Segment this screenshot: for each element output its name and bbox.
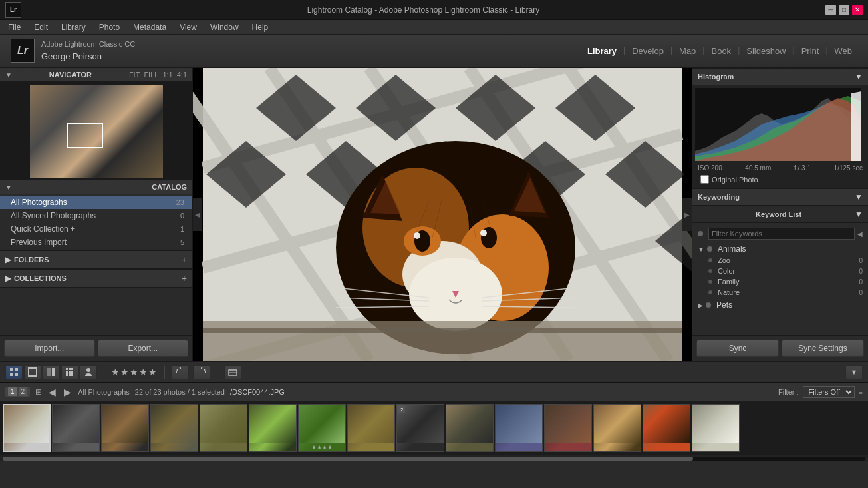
menu-edit[interactable]: Edit — [31, 21, 51, 33]
module-map[interactable]: Map — [674, 43, 701, 59]
filmstrip-options[interactable]: ≡ — [859, 388, 863, 396]
pets-group-header[interactable]: ▶ Pets — [692, 299, 868, 311]
minimize-button[interactable]: ─ — [825, 5, 836, 15]
filmstrip-thumb-14[interactable] — [643, 404, 690, 452]
survey-icon — [65, 367, 74, 377]
module-slideshow[interactable]: Slideshow — [741, 43, 791, 59]
catalog-synced-photos[interactable]: All Synced Photographs 0 — [0, 209, 192, 222]
people-view-button[interactable] — [80, 365, 97, 379]
toolbar-separator-1 — [104, 366, 104, 379]
right-panel-collapse[interactable]: ▶ — [682, 198, 692, 231]
maximize-button[interactable]: □ — [839, 5, 849, 15]
menu-library[interactable]: Library — [59, 21, 88, 33]
keywording-header[interactable]: Keywording ▼ — [692, 188, 868, 206]
filmstrip-thumb-10[interactable] — [446, 404, 494, 452]
filmstrip-scrollbar[interactable] — [0, 455, 868, 461]
filmstrip-thumb-1[interactable] — [3, 404, 51, 452]
catalog-previous-import[interactable]: Previous Import 5 — [0, 236, 192, 249]
filter-select[interactable]: Filters Off — [803, 386, 855, 398]
rotate-left-button[interactable] — [172, 365, 189, 379]
filmstrip-thumb-6[interactable] — [249, 404, 297, 452]
keyword-list-header[interactable]: + Keyword List ▼ — [692, 206, 868, 223]
compare-view-button[interactable] — [43, 365, 60, 379]
overlay-icon — [228, 367, 237, 377]
svg-marker-61 — [176, 369, 178, 371]
import-button[interactable]: Import... — [4, 340, 95, 357]
toolbar-more-button[interactable]: ▼ — [845, 365, 863, 379]
filmstrip-thumb-8[interactable] — [347, 404, 395, 452]
module-library[interactable]: Library — [582, 43, 622, 59]
menu-file[interactable]: File — [5, 21, 23, 33]
export-button[interactable]: Export... — [98, 340, 189, 357]
catalog-all-photos[interactable]: All Photographs 23 — [0, 196, 192, 209]
catalog-quick-collection[interactable]: Quick Collection + 1 — [0, 222, 192, 236]
star-rating[interactable]: ★★★★★ — [111, 367, 158, 377]
rotate-right-button[interactable] — [193, 365, 210, 379]
zoom-4-1[interactable]: 4:1 — [177, 71, 187, 79]
scrollbar-track[interactable] — [3, 457, 865, 461]
original-photo-checkbox[interactable] — [700, 175, 709, 184]
filmstrip-thumb-15[interactable] — [692, 404, 740, 452]
iso-value: ISO 200 — [698, 164, 722, 172]
folders-add-button[interactable]: + — [182, 254, 187, 265]
left-panel-collapse[interactable]: ◀ — [193, 198, 202, 231]
module-web[interactable]: Web — [829, 43, 858, 59]
module-develop[interactable]: Develop — [627, 43, 669, 59]
collections-add-button[interactable]: + — [182, 273, 187, 284]
compare-icon — [47, 367, 56, 377]
keyword-zoo[interactable]: Zoo 0 — [692, 255, 868, 266]
toolbar-separator-3 — [217, 366, 217, 379]
grid-view-button[interactable] — [5, 365, 23, 379]
zoom-1-1[interactable]: 1:1 — [162, 71, 172, 79]
keyword-filter-input[interactable] — [708, 228, 855, 240]
main-image-view[interactable] — [193, 68, 692, 361]
filmstrip-thumb-3[interactable] — [101, 404, 149, 452]
zoom-fit[interactable]: FIT — [129, 71, 140, 79]
keyword-color[interactable]: Color 0 — [692, 266, 868, 276]
menu-help[interactable]: Help — [249, 21, 271, 33]
loupe-overlay-button[interactable] — [224, 365, 241, 379]
scrollbar-thumb[interactable] — [3, 457, 693, 461]
collections-header[interactable]: ▶ Collections + — [0, 269, 192, 288]
filmstrip-thumb-7[interactable]: ★★★★ — [298, 404, 346, 452]
loupe-view-button[interactable] — [24, 365, 41, 379]
module-print[interactable]: Print — [796, 43, 825, 59]
filmstrip-thumb-11[interactable] — [495, 404, 543, 452]
navigator-image[interactable] — [30, 85, 163, 178]
folders-header[interactable]: ▶ Folders + — [0, 250, 192, 269]
animals-group-header[interactable]: ▼ Animals — [692, 243, 868, 255]
page-num-1[interactable]: 1 — [8, 387, 17, 396]
navigator-focus-box — [67, 123, 103, 148]
zoom-fill[interactable]: FILL — [144, 71, 158, 79]
sync-button[interactable]: Sync — [696, 340, 779, 357]
menu-photo[interactable]: Photo — [96, 21, 122, 33]
close-button[interactable]: ✕ — [852, 5, 863, 15]
filmstrip-filename[interactable]: /DSCF0044.JPG — [230, 388, 285, 396]
menu-view[interactable]: View — [177, 21, 200, 33]
keyword-family[interactable]: Family 0 — [692, 276, 868, 287]
histogram-header[interactable]: Histogram ▼ — [692, 68, 868, 85]
filmstrip-thumb-2[interactable] — [52, 404, 100, 452]
module-book[interactable]: Book — [706, 43, 736, 59]
sync-settings-button[interactable]: Sync Settings — [782, 340, 864, 357]
svg-rect-48 — [10, 368, 13, 371]
navigator-title: Navigator — [49, 71, 92, 79]
filmstrip-thumb-12[interactable] — [544, 404, 592, 452]
page-num-2[interactable]: 2 — [19, 387, 28, 396]
add-keyword-icon[interactable]: + — [698, 210, 702, 219]
filmstrip-grid-icon[interactable]: ⊞ — [35, 387, 42, 397]
filmstrip-thumb-9[interactable]: 2 — [396, 404, 444, 452]
original-photo-label[interactable]: Original Photo — [712, 176, 758, 184]
toolbar-right: ▼ — [845, 365, 863, 379]
filmstrip-prev[interactable]: ◀ — [47, 385, 57, 399]
menu-window[interactable]: Window — [208, 21, 241, 33]
keyword-nature[interactable]: Nature 0 — [692, 287, 868, 298]
menu-metadata[interactable]: Metadata — [130, 21, 169, 33]
survey-view-button[interactable] — [61, 365, 78, 379]
filmstrip-next[interactable]: ▶ — [63, 385, 72, 399]
catalog-header[interactable]: ▼ Catalog — [0, 180, 192, 194]
navigator-header[interactable]: ▼ Navigator FIT FILL 1:1 4:1 — [0, 68, 192, 82]
filmstrip-thumb-13[interactable] — [593, 404, 641, 452]
filmstrip-thumb-5[interactable] — [200, 404, 247, 452]
filmstrip-thumb-4[interactable] — [150, 404, 198, 452]
